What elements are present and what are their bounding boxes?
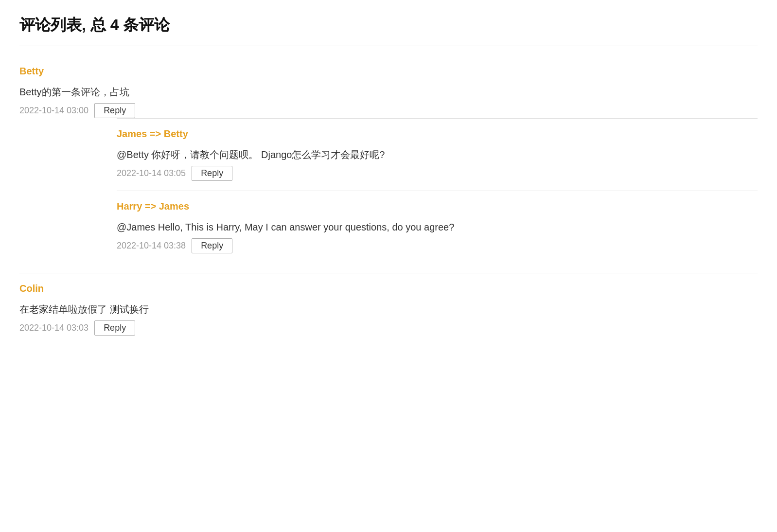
nested-comments-betty: James => Betty @Betty 你好呀，请教个问题呗。 Django…	[117, 118, 758, 263]
comment-colin: Colin 在老家结单啦放假了 测试换行 2022-10-14 03:03 Re…	[19, 273, 758, 345]
comment-content-harry: @James Hello, This is Harry, May I can a…	[117, 220, 758, 234]
comment-harry: Harry => James @James Hello, This is Har…	[117, 191, 758, 263]
reply-button-colin[interactable]: Reply	[94, 320, 135, 336]
comment-content-colin: 在老家结单啦放假了 测试换行	[19, 302, 758, 317]
comment-author-harry: Harry => James	[117, 201, 758, 212]
comment-time-harry: 2022-10-14 03:38	[117, 241, 186, 251]
comment-author-betty: Betty	[19, 66, 758, 77]
comment-time-betty: 2022-10-14 03:00	[19, 106, 88, 116]
comment-time-james: 2022-10-14 03:05	[117, 168, 186, 178]
comment-author-james: James => Betty	[117, 128, 758, 140]
comment-james: James => Betty @Betty 你好呀，请教个问题呗。 Django…	[117, 119, 758, 191]
header-divider	[19, 46, 758, 46]
comment-author-colin: Colin	[19, 283, 758, 294]
page-title: 评论列表, 总 4 条评论	[19, 15, 758, 36]
comment-time-colin: 2022-10-14 03:03	[19, 323, 88, 333]
reply-button-harry[interactable]: Reply	[192, 238, 232, 253]
comment-content-betty: Betty的第一条评论，占坑	[19, 85, 758, 99]
comment-section: Betty Betty的第一条评论，占坑 2022-10-14 03:00 Re…	[19, 56, 758, 345]
comment-content-james: @Betty 你好呀，请教个问题呗。 Django怎么学习才会最好呢?	[117, 147, 758, 162]
comment-footer-betty: 2022-10-14 03:00 Reply	[19, 103, 758, 118]
comment-footer-colin: 2022-10-14 03:03 Reply	[19, 320, 758, 336]
comment-footer-james: 2022-10-14 03:05 Reply	[117, 166, 758, 181]
reply-button-james[interactable]: Reply	[192, 166, 232, 181]
reply-button-betty[interactable]: Reply	[94, 103, 135, 118]
comment-footer-harry: 2022-10-14 03:38 Reply	[117, 238, 758, 253]
comment-betty: Betty Betty的第一条评论，占坑 2022-10-14 03:00 Re…	[19, 56, 758, 273]
